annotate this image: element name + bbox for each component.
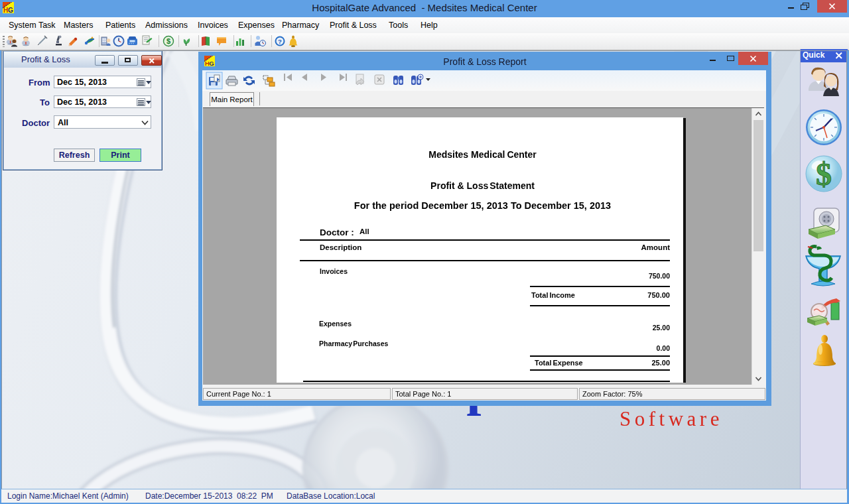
svg-text:$: $	[166, 37, 170, 45]
svg-text:?: ?	[278, 38, 282, 45]
svg-text:$: $	[816, 157, 832, 192]
